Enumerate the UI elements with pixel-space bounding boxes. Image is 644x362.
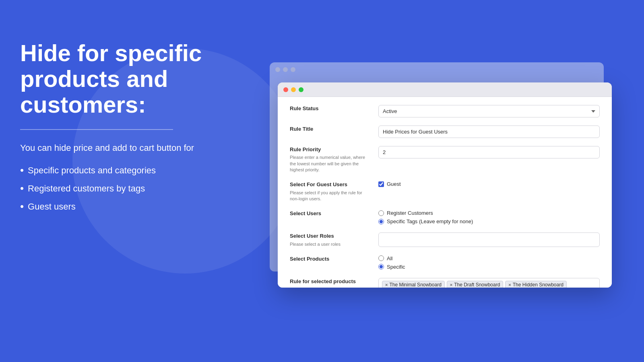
bg-dot-3	[291, 67, 295, 72]
select-guest-label-col: Select For Guest Users Please select if …	[290, 181, 370, 202]
radio-all-products[interactable]: All	[378, 255, 600, 261]
tag-minimal-x[interactable]: ×	[385, 282, 388, 287]
radio-specific-tags[interactable]: Specific Tags (Leave empty for none)	[378, 218, 600, 224]
rule-priority-sublabel: Please enter a numerical value, where th…	[290, 154, 370, 173]
main-window-titlebar	[278, 82, 612, 97]
select-user-roles-sublabel: Please select a user roles	[290, 241, 370, 247]
rule-title-label-col: Rule Title	[290, 125, 370, 133]
radio-specific-products[interactable]: Specific	[378, 264, 600, 270]
select-user-roles-row: Select User Roles Please select a user r…	[290, 232, 600, 247]
rule-products-label-col: Rule for selected products	[290, 278, 370, 285]
rule-products-control: × The Minimal Snowboard × The Draft Snow…	[378, 278, 600, 288]
radio-register-label: Register Customers	[387, 210, 433, 216]
subtitle: You can hide price and add to cart butto…	[20, 142, 221, 154]
main-window: Rule Status ActiveInactive Rule Title Ru…	[278, 82, 612, 288]
tag-draft-snowboard[interactable]: × The Draft Snowboard	[447, 281, 504, 288]
rule-priority-label-col: Rule Priority Please enter a numerical v…	[290, 146, 370, 173]
maximize-button-dot[interactable]	[299, 87, 303, 92]
select-users-label: Select Users	[290, 210, 370, 217]
guest-checkbox-item[interactable]: Guest	[378, 181, 600, 187]
tag-draft-label: The Draft Snowboard	[454, 282, 500, 288]
close-button-dot[interactable]	[283, 87, 288, 92]
tag-hidden-x[interactable]: ×	[508, 282, 511, 287]
select-users-row: Select Users Register Customers Specific…	[290, 210, 600, 224]
rule-status-control: ActiveInactive	[378, 105, 600, 117]
main-heading: Hide for specific products and customers…	[20, 40, 221, 117]
bullet-item-3: Guest users	[20, 200, 221, 213]
bullet-item-2: Registered customers by tags	[20, 182, 221, 195]
minimize-button-dot[interactable]	[291, 87, 296, 92]
radio-specific-products-input[interactable]	[378, 264, 384, 269]
select-guest-label: Select For Guest Users	[290, 181, 370, 188]
radio-specific-products-label: Specific	[387, 264, 405, 270]
tag-minimal-snowboard[interactable]: × The Minimal Snowboard	[382, 281, 445, 288]
window-content: Rule Status ActiveInactive Rule Title Ru…	[278, 97, 612, 288]
tag-minimal-label: The Minimal Snowboard	[389, 282, 441, 288]
select-user-roles-label-col: Select User Roles Please select a user r…	[290, 232, 370, 247]
select-guest-control: Guest	[378, 181, 600, 187]
select-products-label-col: Select Products	[290, 255, 370, 263]
radio-register-customers[interactable]: Register Customers	[378, 210, 600, 216]
select-products-control: All Specific	[378, 255, 600, 270]
select-user-roles-label: Select User Roles	[290, 232, 370, 240]
tag-hidden-snowboard[interactable]: × The Hidden Snowboard	[505, 281, 567, 288]
radio-register-input[interactable]	[378, 210, 384, 216]
rule-title-input[interactable]	[378, 125, 600, 138]
radio-specific-input[interactable]	[378, 219, 384, 224]
rule-priority-control	[378, 146, 600, 158]
radio-all-input[interactable]	[378, 255, 384, 261]
left-panel: Hide for specific products and customers…	[20, 40, 221, 218]
rule-title-control	[378, 125, 600, 138]
rule-products-label: Rule for selected products	[290, 278, 370, 285]
bullet-item-1: Specific products and categories	[20, 164, 221, 177]
select-user-roles-control	[378, 232, 600, 247]
rule-status-select[interactable]: ActiveInactive	[378, 105, 600, 117]
select-users-radio-group: Register Customers Specific Tags (Leave …	[378, 210, 600, 224]
guest-checkbox-group: Guest	[378, 181, 600, 187]
select-users-label-col: Select Users	[290, 210, 370, 217]
rule-priority-label: Rule Priority	[290, 146, 370, 153]
radio-specific-label: Specific Tags (Leave empty for none)	[387, 218, 473, 224]
select-products-row: Select Products All Specific	[290, 255, 600, 270]
select-guest-sublabel: Please select if you apply the rule for …	[290, 190, 370, 202]
rule-status-label: Rule Status	[290, 105, 370, 112]
rule-status-label-col: Rule Status	[290, 105, 370, 112]
bg-dot-1	[275, 67, 280, 72]
select-products-label: Select Products	[290, 255, 370, 263]
select-guest-row: Select For Guest Users Please select if …	[290, 181, 600, 202]
divider	[20, 129, 173, 130]
guest-checkbox-label: Guest	[387, 181, 401, 187]
radio-all-label: All	[387, 255, 392, 261]
select-users-control: Register Customers Specific Tags (Leave …	[378, 210, 600, 224]
rule-status-row: Rule Status ActiveInactive	[290, 105, 600, 117]
products-tags-container[interactable]: × The Minimal Snowboard × The Draft Snow…	[378, 278, 600, 288]
bg-dot-2	[283, 67, 288, 72]
select-products-radio-group: All Specific	[378, 255, 600, 270]
rule-title-row: Rule Title	[290, 125, 600, 138]
tag-hidden-label: The Hidden Snowboard	[513, 282, 564, 288]
rule-priority-row: Rule Priority Please enter a numerical v…	[290, 146, 600, 173]
bg-window-titlebar	[270, 62, 604, 77]
guest-checkbox[interactable]	[378, 181, 384, 187]
rule-priority-input[interactable]	[378, 146, 600, 158]
tag-draft-x[interactable]: ×	[450, 282, 452, 287]
bullet-list: Specific products and categories Registe…	[20, 164, 221, 213]
rule-title-label: Rule Title	[290, 125, 370, 133]
select-user-roles-input[interactable]	[378, 232, 600, 247]
rule-products-row: Rule for selected products × The Minimal…	[290, 278, 600, 288]
